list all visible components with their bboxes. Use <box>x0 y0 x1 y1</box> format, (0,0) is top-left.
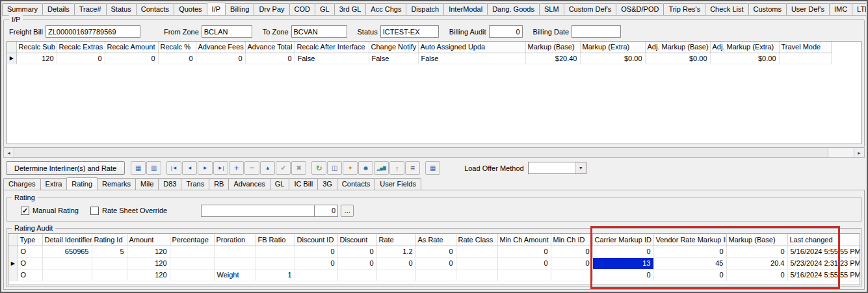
grid-cell[interactable]: 5/23/2024 2:31:23 PM <box>787 257 860 269</box>
notes-button[interactable]: ≡ <box>405 161 420 175</box>
grid-cell[interactable] <box>497 269 551 281</box>
grid-cell[interactable]: O <box>18 269 42 281</box>
tab-osd-pod[interactable]: OS&D/POD <box>616 3 664 15</box>
tab-drv-pay[interactable]: Drv Pay <box>254 3 289 15</box>
billing-date-input[interactable] <box>572 25 621 38</box>
grid-cell[interactable]: 5 <box>92 246 127 257</box>
chart-button[interactable]: ▂▅▇ <box>374 161 389 175</box>
grid-cell[interactable]: O <box>18 246 42 257</box>
grid-cell[interactable]: 0 <box>376 257 415 269</box>
grid-cell[interactable]: 0 <box>592 246 653 257</box>
tab-ltl[interactable]: LTL <box>852 3 866 15</box>
tab-contacts[interactable]: Contacts <box>136 3 174 15</box>
users-button[interactable]: ☻ <box>358 161 373 175</box>
tab-customs[interactable]: Customs <box>748 3 787 15</box>
column-header[interactable]: Travel Mode <box>779 42 831 53</box>
tab-trans[interactable]: Trans <box>181 178 209 190</box>
grid-cell[interactable] <box>92 257 127 269</box>
rate-code-input[interactable] <box>201 205 315 217</box>
grid-cell[interactable]: 0 <box>551 257 592 269</box>
grid-cell[interactable]: 0 <box>415 246 456 257</box>
column-header[interactable]: Recalc Sub <box>16 42 57 53</box>
grid-cell[interactable]: 0 <box>592 269 653 281</box>
column-header[interactable]: Amount <box>127 234 170 246</box>
grid-cell[interactable]: 0 <box>497 257 551 269</box>
grid-cell[interactable]: 1.2 <box>376 246 415 257</box>
grid-cell[interactable] <box>170 246 214 257</box>
grid-cell[interactable]: 5/16/2024 5:55:55 PM <box>787 246 860 257</box>
grid-view-button[interactable]: ▦ <box>425 161 440 175</box>
grid-cell[interactable] <box>214 257 256 269</box>
column-header[interactable]: Recalc After Interface <box>295 42 369 53</box>
column-header[interactable]: As Rate <box>415 234 456 246</box>
grid-cell[interactable] <box>779 53 831 64</box>
determine-interliners-rate-button[interactable]: Determine Interliner(s) and Rate <box>6 161 125 175</box>
grid-cell[interactable]: 0 <box>415 257 456 269</box>
tab-cod[interactable]: COD <box>289 3 315 15</box>
rate-lookup-button[interactable]: ... <box>341 205 354 217</box>
grid-cell[interactable] <box>456 246 497 257</box>
grid-cell[interactable]: 13 <box>592 257 653 269</box>
grid-cell[interactable]: 0 <box>653 246 726 257</box>
column-header[interactable]: Markup (Extra) <box>580 42 645 53</box>
column-header[interactable]: FB Ratio <box>256 234 295 246</box>
column-header[interactable]: Markup (Base) <box>726 234 787 246</box>
tab-user-defs[interactable]: User Def's <box>786 3 830 15</box>
tab-imc[interactable]: IMC <box>829 3 852 15</box>
grid-cell[interactable]: $20.40 <box>525 53 580 64</box>
grid-cell[interactable]: 120 <box>127 257 170 269</box>
next-record-button[interactable]: ► <box>198 161 213 175</box>
grid-cell[interactable]: 0 <box>295 257 337 269</box>
column-header[interactable]: Last changed <box>787 234 860 246</box>
grid-cell[interactable] <box>42 269 92 281</box>
post-edit-button[interactable]: ✔ <box>276 161 291 175</box>
grid-cell[interactable]: 1 <box>256 269 295 281</box>
column-header[interactable]: Detail Identifier <box>42 234 92 246</box>
grid-cell[interactable]: 0 <box>196 53 245 64</box>
freight-bill-input[interactable] <box>46 25 140 38</box>
grid-cell[interactable]: O <box>18 257 42 269</box>
tab-gl-detail[interactable]: GL <box>270 178 290 190</box>
column-header[interactable]: Markup (Base) <box>525 42 580 53</box>
column-header[interactable]: Recalc Amount <box>105 42 158 53</box>
tab-details[interactable]: Details <box>42 3 75 15</box>
grid-cell[interactable] <box>376 269 415 281</box>
from-zone-input[interactable] <box>202 25 252 38</box>
column-header[interactable]: Advance Total <box>245 42 295 53</box>
grid-cell[interactable] <box>42 257 92 269</box>
tab-trace[interactable]: Trace# <box>74 3 107 15</box>
grid-cell[interactable] <box>456 257 497 269</box>
tab-contacts-detail[interactable]: Contacts <box>337 178 375 190</box>
prior-record-button[interactable]: ◄ <box>182 161 197 175</box>
grid-cell[interactable]: 120 <box>127 269 170 281</box>
tab-intermodal[interactable]: InterModal <box>443 3 488 15</box>
save-grid-button[interactable]: ▦ <box>131 161 146 175</box>
export-grid-button[interactable]: ◫ <box>327 161 342 175</box>
tab-rating[interactable]: Rating <box>66 177 98 190</box>
grid-cell[interactable]: 120 <box>16 53 57 64</box>
grid-cell[interactable]: $0.00 <box>580 53 645 64</box>
status-input[interactable] <box>380 25 439 38</box>
column-header[interactable]: Rating Id <box>92 234 127 246</box>
tab-ip[interactable]: I/P <box>207 3 226 16</box>
grid-cell[interactable] <box>170 257 214 269</box>
grid-cell[interactable] <box>214 246 256 257</box>
column-header[interactable]: Type <box>18 234 42 246</box>
horizontal-scrollbar[interactable]: ◄ ► <box>3 147 865 158</box>
to-zone-input[interactable] <box>291 25 347 38</box>
grid-cell[interactable]: $0.00 <box>645 53 710 64</box>
grid-cell[interactable]: 0 <box>158 53 196 64</box>
tab-dang-goods[interactable]: Dang. Goods <box>487 3 540 15</box>
rate-sheet-override-checkbox[interactable] <box>90 207 99 215</box>
column-header[interactable]: Min Ch Amount <box>497 234 551 246</box>
tab-custom-defs[interactable]: Custom Def's <box>564 3 617 15</box>
grid-cell[interactable]: 0 <box>57 53 105 64</box>
tab-billing[interactable]: Billing <box>225 3 254 15</box>
grid-cell[interactable]: 5/16/2024 5:55:55 PM <box>787 269 860 281</box>
grid-cell[interactable]: Weight <box>214 269 256 281</box>
tab-d83[interactable]: D83 <box>158 178 181 190</box>
grid-cell[interactable]: 0 <box>726 246 787 257</box>
grid-cell[interactable] <box>256 246 295 257</box>
key-button[interactable]: ✦ <box>343 161 358 175</box>
grid-cell[interactable]: 0 <box>337 257 376 269</box>
